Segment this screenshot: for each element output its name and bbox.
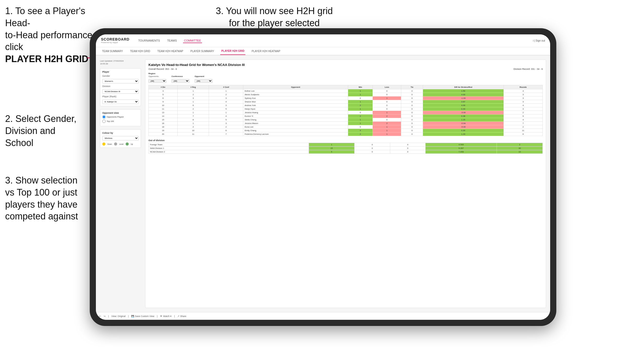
- col-diff: Diff Av Strokes/Rnd: [423, 85, 504, 89]
- cell-name: Euna Lee: [243, 125, 348, 129]
- player-rank-select[interactable]: 8. Katelyn Vo: [102, 100, 139, 104]
- nav-committee[interactable]: COMMITTEE: [183, 38, 202, 43]
- cell-diff: 0.38: [423, 114, 504, 118]
- sub-nav-team-h2h-heatmap[interactable]: TEAM H2H HEATMAP: [156, 47, 184, 55]
- cell-win: 2: [348, 132, 373, 136]
- main-content: Last Updated: 27/03/2024 16:55:38 Player…: [96, 55, 550, 312]
- cell-loss: 0: [373, 89, 401, 93]
- cell-win: 0: [348, 111, 373, 114]
- undo-icon[interactable]: ↩: [99, 315, 101, 317]
- cell-div: 3: [149, 89, 178, 93]
- view-original-btn[interactable]: View: Original: [111, 315, 125, 317]
- division-label: Division: [102, 85, 139, 88]
- nav-teams[interactable]: TEAMS: [166, 38, 178, 43]
- cell-div: 9: [149, 100, 178, 104]
- overall-record: Overall Record: 353 - 34 - 6: [148, 68, 177, 70]
- radio-opponents-played-input[interactable]: [102, 115, 106, 119]
- cell-conf: 2: [209, 125, 243, 129]
- legend-level-label: Level: [119, 143, 124, 145]
- sub-nav-player-summary[interactable]: PLAYER SUMMARY: [189, 47, 215, 55]
- cell-conf: 7: [209, 132, 243, 136]
- redo-icon[interactable]: ↪: [104, 315, 106, 317]
- cell-diff: -0.94: [423, 122, 504, 125]
- cell-tie: 0: [401, 111, 423, 114]
- radio-top100-input[interactable]: [102, 120, 106, 123]
- cell-rounds: 7: [504, 122, 543, 125]
- cell-rounds: 3: [504, 107, 543, 111]
- cell-tie: 0: [401, 89, 423, 93]
- cell-reg: 8: [177, 118, 209, 122]
- cell-conf: 3: [209, 97, 243, 100]
- cell-name: Sharon Mun: [243, 100, 348, 104]
- cell-loss: 1: [373, 125, 401, 129]
- cell-conf: 1: [209, 89, 243, 93]
- colour-by-select[interactable]: Win/loss: [102, 136, 139, 140]
- opponent-filter-label: Opponent: [195, 75, 213, 78]
- top-nav: SCOREBOARD Powered by clippd TOURNAMENTS…: [96, 34, 550, 47]
- legend-row: Down Level Up: [102, 142, 139, 146]
- ood-cell-diff: 4.500: [426, 143, 497, 147]
- cell-reg: 1: [177, 111, 209, 114]
- cell-rounds: 2: [504, 111, 543, 114]
- ood-cell-tie: 0: [390, 147, 426, 150]
- nav-tournaments[interactable]: TOURNAMENTS: [137, 38, 161, 43]
- sub-nav-team-h2h-grid[interactable]: TEAM H2H GRID: [129, 47, 151, 55]
- cell-win: 1: [348, 118, 373, 122]
- opponent-view-label: Opponent view: [102, 112, 139, 114]
- sidebar: Last Updated: 27/03/2024 16:55:38 Player…: [100, 60, 141, 308]
- cell-diff: 1.33: [423, 132, 504, 136]
- ood-cell-diff: 7.400: [426, 150, 497, 154]
- cell-reg: 11: [177, 132, 209, 136]
- cell-div: 6: [149, 97, 178, 100]
- cell-name: Sydney Kuo: [243, 97, 348, 100]
- col-reg: # Reg: [177, 85, 209, 89]
- cell-diff: 0.33: [423, 107, 504, 111]
- gender-select[interactable]: Women's: [102, 79, 139, 83]
- legend-down-dot: [102, 142, 105, 146]
- record-row: Overall Record: 353 - 34 - 6 Division Re…: [148, 68, 543, 70]
- conference-filter-group: Conference (All): [172, 75, 189, 83]
- ood-cell-rounds: 2: [497, 143, 543, 147]
- sub-nav-team-summary[interactable]: TEAM SUMMARY: [101, 47, 124, 55]
- table-row: 11 2 5 Heejo Hyun 1 0 0 0.33 3: [149, 107, 543, 111]
- save-custom-btn[interactable]: 💾 Save Custom View: [131, 315, 154, 317]
- share-label: Share: [180, 315, 186, 317]
- opponents-label: Opponents:: [148, 75, 166, 78]
- division-select[interactable]: NCAA Division III: [102, 89, 139, 94]
- cell-name: Eunice Yi: [243, 114, 348, 118]
- instruction-bold: PLAYER H2H GRID: [5, 54, 88, 64]
- opponent-filter-select[interactable]: (All): [195, 79, 213, 83]
- sign-out-link[interactable]: Sign out: [536, 39, 545, 42]
- region-filter-select[interactable]: (All): [148, 79, 166, 83]
- cell-tie: 0: [401, 107, 423, 111]
- cell-win: 2: [348, 114, 373, 118]
- cell-loss: 0: [373, 107, 401, 111]
- cell-diff: 0.30: [423, 129, 504, 132]
- cell-name: Alexis Sudjianto: [243, 93, 348, 97]
- sub-nav-player-h2h-heatmap[interactable]: PLAYER H2H HEATMAP: [250, 47, 281, 55]
- cell-tie: 0: [401, 97, 423, 100]
- nav-items: TOURNAMENTS TEAMS COMMITTEE: [137, 38, 525, 43]
- radio-top100[interactable]: Top 100: [102, 120, 139, 123]
- radio-opponents-played[interactable]: Opponents Played: [102, 115, 139, 119]
- cell-rounds: 2: [504, 125, 543, 129]
- table-row: 19 10 6 Emily Chang 4 1 0 0.30 11: [149, 129, 543, 132]
- cell-rounds: 3: [504, 93, 543, 97]
- cell-div: 11: [149, 107, 178, 111]
- conference-filter-label: Conference: [172, 75, 189, 78]
- conference-filter-select[interactable]: (All): [172, 79, 189, 83]
- share-btn[interactable]: ↗ Share: [177, 315, 186, 317]
- cell-name: Heejo Hyun: [243, 107, 348, 111]
- table-row: 3 1 1 Esther Lee 1 0 0 1.50 4: [149, 89, 543, 93]
- ood-cell-loss: 0: [355, 150, 390, 154]
- sub-nav-player-h2h-grid[interactable]: PLAYER H2H GRID: [220, 47, 245, 55]
- toolbar-sep2: |: [128, 315, 129, 317]
- ood-cell-rounds: 30: [497, 147, 543, 150]
- logo-main: SCOREBOARD: [101, 37, 129, 41]
- col-conf: # Conf: [209, 85, 243, 89]
- watch-btn[interactable]: 👁 Watch ▾: [160, 315, 172, 317]
- ood-cell-tie: 0: [390, 150, 426, 154]
- instruction-top-left: 1. To see a Player's Head- to-Head perfo…: [5, 5, 103, 65]
- app-content: SCOREBOARD Powered by clippd TOURNAMENTS…: [96, 34, 550, 320]
- table-row: 9 1 4 Sharon Mun 1 0 0 3.67 3: [149, 100, 543, 104]
